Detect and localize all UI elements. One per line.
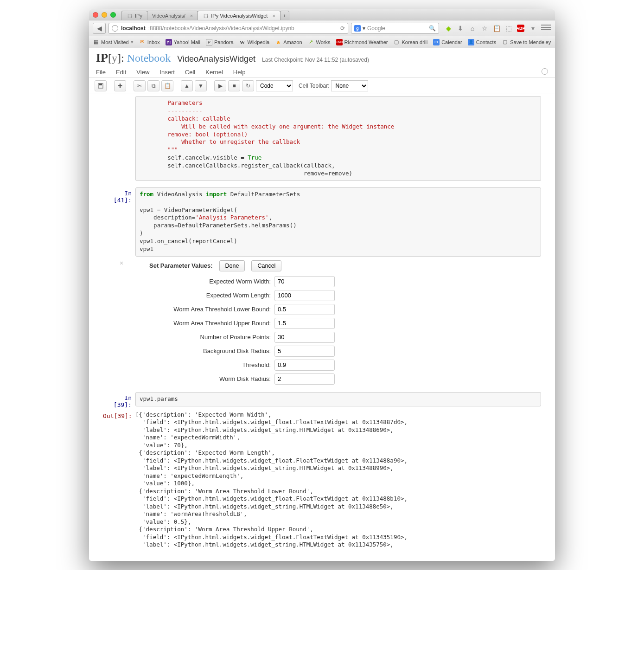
search-box[interactable]: g ▾ Google 🔍	[351, 23, 439, 34]
search-placeholder: Google	[367, 25, 385, 32]
maximize-window-button[interactable]	[110, 12, 116, 18]
yahoo-icon: Y!	[166, 39, 172, 45]
cut-button[interactable]: ✂	[134, 80, 146, 91]
field-label: Expected Worm Length:	[131, 292, 274, 299]
menu-icon[interactable]	[541, 25, 551, 32]
cnn-icon: CNN	[336, 39, 343, 45]
page-icon: ▢	[502, 39, 508, 45]
celltype-select[interactable]: Code	[256, 80, 293, 91]
menu-file[interactable]: File	[96, 69, 106, 76]
browser-tab[interactable]: VideoAnalysis/×	[147, 11, 198, 20]
bg-disk-radius-input[interactable]	[274, 346, 335, 357]
back-button[interactable]: ◀	[93, 23, 106, 34]
app-icon[interactable]: ⬚	[505, 25, 512, 32]
url-bar[interactable]: localhost:8888/notebooks/VideoAnalysis/V…	[108, 23, 348, 34]
copy-button[interactable]: ⧉	[147, 80, 159, 91]
url-path: :8888/notebooks/VideoAnalysis/VideoAnaly…	[148, 25, 294, 32]
checkpoint-text: Last Checkpoint: Nov 24 11:52 (autosaved…	[262, 57, 369, 63]
menu-view[interactable]: View	[136, 69, 149, 76]
new-tab-button[interactable]: +	[280, 11, 289, 20]
browser-tabs: ⬚IPy VideoAnalysis/× ⬚IPy VideoAnalysisW…	[121, 9, 289, 20]
notebook-title[interactable]: VideoAnalysisWidget	[177, 54, 255, 64]
move-up-button[interactable]: ▲	[181, 80, 193, 91]
globe-icon	[112, 25, 118, 32]
field-label: Worm Area Threshold Upper Bound:	[131, 320, 274, 327]
bookmark-amazon[interactable]: aAmazon	[275, 39, 302, 45]
menu-edit[interactable]: Edit	[116, 69, 126, 76]
worm-disk-radius-input[interactable]	[274, 373, 335, 385]
code-cell-body[interactable]: vpw1.params	[135, 392, 541, 406]
close-tab-icon[interactable]: ×	[272, 13, 275, 19]
pandora-icon: P	[206, 39, 212, 45]
download-icon[interactable]: ⬇	[457, 25, 464, 32]
bookmark-works[interactable]: ↗Works	[308, 39, 331, 45]
paste-button[interactable]: 📋	[161, 80, 173, 91]
close-widget-icon[interactable]: ×	[120, 259, 123, 267]
bookmark-most-visited[interactable]: ▦Most Visited▾	[93, 39, 134, 45]
clipboard-icon[interactable]: 📋	[493, 25, 500, 32]
threshold-ub-input[interactable]	[274, 318, 335, 329]
close-window-button[interactable]	[93, 12, 98, 18]
move-down-button[interactable]: ▼	[195, 80, 207, 91]
run-button[interactable]: ▶	[214, 80, 226, 91]
bookmark-weather[interactable]: CNNRichmond Weather	[336, 39, 388, 45]
abp-icon[interactable]: ABP	[517, 25, 524, 32]
bookmark-calendar[interactable]: 31Calendar	[433, 39, 462, 45]
cancel-button[interactable]: Cancel	[251, 260, 281, 271]
folder-icon: ▦	[93, 39, 99, 45]
url-host: localhost	[121, 25, 146, 32]
threshold-input[interactable]	[274, 360, 335, 371]
browser-tab-active[interactable]: ⬚IPy VideoAnalysisWidget×	[198, 11, 281, 20]
browser-toolbar: ◀ localhost:8888/notebooks/VideoAnalysis…	[89, 20, 555, 36]
close-tab-icon[interactable]: ×	[190, 13, 193, 19]
field-label: Number of Posture Points:	[131, 334, 274, 341]
ipy-icon: ⬚	[127, 13, 132, 19]
in-prompt: In [39]:	[103, 392, 135, 408]
parameter-widget: × Set Parameter Values: Done Cancel Expe…	[131, 260, 541, 385]
bookmark-yahoo[interactable]: Y!Yahoo! Mail	[166, 39, 200, 45]
menu-kernel[interactable]: Kernel	[205, 69, 223, 76]
field-label: Background Disk Radius:	[131, 348, 274, 354]
output-text: [{'description': 'Expected Worm Width', …	[135, 410, 541, 550]
ipython-logo: IP[y]: Notebook	[96, 51, 171, 65]
bookmark-contacts[interactable]: 👤Contacts	[468, 39, 496, 45]
restart-button[interactable]: ↻	[242, 80, 254, 91]
menu-insert[interactable]: Insert	[159, 69, 175, 76]
calendar-icon: 31	[433, 39, 440, 45]
browser-tab[interactable]: ⬚IPy	[121, 11, 147, 20]
minimize-window-button[interactable]	[102, 12, 107, 18]
field-label: Worm Disk Radius:	[131, 375, 274, 382]
worm-length-input[interactable]	[274, 290, 335, 301]
menu-help[interactable]: Help	[233, 69, 246, 76]
celltoolbar-label: Cell Toolbar:	[299, 83, 329, 89]
home-icon[interactable]: ⌂	[469, 25, 476, 32]
bookmark-wikipedia[interactable]: WWikipedia	[239, 39, 270, 45]
posture-points-input[interactable]	[274, 332, 335, 343]
bookmark-star-icon[interactable]: ☆	[481, 25, 488, 32]
menu-cell[interactable]: Cell	[185, 69, 195, 76]
dropdown-icon[interactable]: ▾	[529, 25, 536, 32]
works-icon: ↗	[308, 39, 314, 45]
stop-button[interactable]: ■	[228, 80, 240, 91]
add-cell-button[interactable]: ✚	[114, 80, 126, 91]
bookmark-korean[interactable]: ▢Korean drill	[393, 39, 427, 45]
save-button[interactable]	[95, 80, 107, 91]
code-cell-body[interactable]: Parameters ---------- callback: callable…	[135, 96, 541, 181]
field-label: Threshold:	[131, 361, 274, 368]
threshold-lb-input[interactable]	[274, 304, 335, 315]
bookmark-inbox[interactable]: ✉Inbox	[139, 39, 160, 45]
done-button[interactable]: Done	[219, 260, 245, 271]
kernel-indicator-icon	[542, 68, 548, 75]
share-icon[interactable]: ◆	[445, 25, 452, 32]
out-prompt: Out[39]:	[103, 410, 135, 550]
bookmark-pandora[interactable]: PPandora	[206, 39, 234, 45]
amazon-icon: a	[275, 39, 281, 45]
bookmark-mendeley[interactable]: ▢Save to Mendeley	[502, 39, 551, 45]
in-prompt: In [41]:	[103, 187, 135, 257]
celltoolbar-select[interactable]: None	[331, 80, 368, 91]
google-icon: g	[354, 25, 361, 32]
bookmarks-bar: ▦Most Visited▾ ✉Inbox Y!Yahoo! Mail PPan…	[89, 36, 555, 48]
reload-icon[interactable]: ⟳	[340, 25, 345, 32]
worm-width-input[interactable]	[274, 276, 335, 287]
code-cell-body[interactable]: from VideoAnalysis import DefaultParamet…	[135, 187, 541, 257]
